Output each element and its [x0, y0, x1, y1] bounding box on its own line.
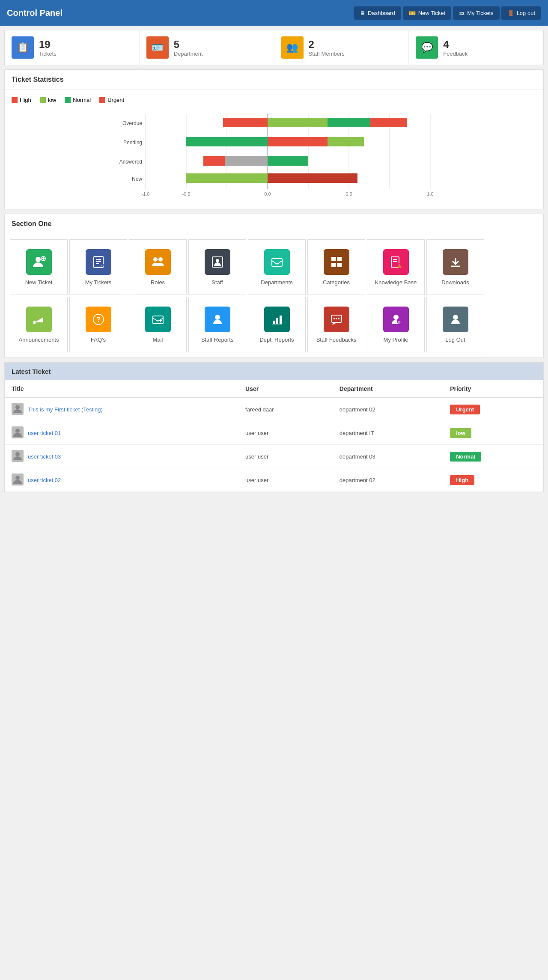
- grid-announcements[interactable]: Announcements: [10, 297, 68, 352]
- ticket-title-cell: user ticket 03: [5, 445, 238, 468]
- legend-high-label: High: [20, 97, 31, 103]
- ticket-department: department IT: [333, 421, 443, 445]
- svg-point-50: [215, 315, 220, 320]
- overdue-high-bar: [223, 118, 268, 127]
- grid-mail[interactable]: Mail: [129, 297, 187, 352]
- ticket-title-cell: user ticket 01: [5, 421, 238, 445]
- dashboard-icon: 🖥: [360, 10, 365, 16]
- ticket-avatar: [12, 426, 24, 439]
- svg-text:?: ?: [96, 316, 101, 323]
- legend-urgent-dot: [99, 97, 105, 103]
- grid-categories[interactable]: Categories: [307, 239, 365, 295]
- new-low-bar: [186, 173, 268, 183]
- departments-grid-icon: [264, 249, 290, 275]
- grid-faqs[interactable]: ? FAQ's: [69, 297, 127, 352]
- legend-high-dot: [12, 97, 18, 103]
- svg-rect-53: [280, 316, 282, 324]
- staff-label: Staff Members: [309, 51, 345, 57]
- grid-staff-feedbacks[interactable]: Staff Feedbacks: [307, 297, 365, 352]
- ticket-user: user user: [238, 468, 333, 492]
- svg-point-58: [338, 318, 340, 319]
- grid-log-out[interactable]: Log Out: [426, 297, 484, 352]
- ticket-title-cell: user ticket 02: [5, 468, 238, 492]
- grid-roles[interactable]: Roles: [129, 239, 187, 295]
- col-priority: Priority: [443, 380, 543, 398]
- overdue-low-bar: [268, 118, 328, 127]
- pending-normal-bar: [186, 137, 268, 146]
- legend-normal-label: Normal: [73, 97, 91, 103]
- header-nav: 🖥 Dashboard 🎫 New Ticket 🎟 My Tickets 🚪 …: [354, 6, 541, 20]
- staff-number: 2: [309, 39, 345, 51]
- grid-knowledge-base[interactable]: 🔒 Knowledge Base: [367, 239, 425, 295]
- grid-my-tickets[interactable]: ✓ My Tickets: [69, 239, 127, 295]
- svg-rect-44: [33, 321, 36, 324]
- legend-urgent-label: Urgent: [107, 97, 124, 103]
- ticket-link[interactable]: user ticket 03: [28, 453, 61, 460]
- header-title: Control Panel: [7, 8, 354, 18]
- priority-badge: High: [450, 475, 474, 485]
- svg-point-28: [153, 257, 158, 262]
- ticket-priority: Normal: [443, 445, 543, 468]
- pending-high-bar: [268, 137, 328, 146]
- tickets-label: Tickets: [39, 51, 57, 57]
- knowledge-base-grid-label: Knowledge Base: [375, 279, 417, 286]
- svg-rect-35: [331, 263, 336, 267]
- ticket-department: department 03: [333, 445, 443, 468]
- svg-point-59: [393, 315, 399, 320]
- new-ticket-grid-label: New Ticket: [25, 279, 53, 286]
- staff-feedbacks-grid-label: Staff Feedbacks: [316, 337, 357, 343]
- feedback-label: Feedback: [443, 51, 468, 57]
- table-row: user ticket 01 user user department IT l…: [5, 421, 543, 445]
- ticket-link[interactable]: user ticket 02: [28, 477, 61, 483]
- priority-badge: Normal: [450, 452, 481, 462]
- svg-rect-33: [331, 257, 336, 261]
- latest-ticket-section: Latest Ticket Title User Department Prio…: [4, 362, 544, 492]
- ticket-department: department 02: [333, 468, 443, 492]
- svg-point-62: [453, 315, 458, 320]
- stat-feedback: 💬 4 Feedback: [409, 30, 543, 65]
- chart-container: High low Normal Urgent: [5, 90, 543, 209]
- grid-staff[interactable]: Staff: [188, 239, 246, 295]
- tickets-icon: 📋: [12, 36, 34, 59]
- section-one: Section One New Ticket ✓ My Tickets Role…: [4, 214, 544, 358]
- mail-grid-icon: [145, 307, 171, 332]
- new-high-bar: [268, 173, 357, 183]
- my-tickets-button[interactable]: 🎟 My Tickets: [453, 6, 499, 20]
- logout-label: Log out: [517, 10, 535, 16]
- svg-text:New: New: [132, 176, 142, 182]
- faqs-grid-label: FAQ's: [91, 337, 106, 343]
- svg-point-57: [336, 318, 337, 319]
- legend-normal-dot: [65, 97, 71, 103]
- svg-point-56: [334, 318, 335, 319]
- svg-text:1.0: 1.0: [427, 191, 433, 197]
- ticket-statistics-section: Ticket Statistics High low Normal Urgent: [4, 69, 544, 209]
- ticket-department: department 02: [333, 398, 443, 421]
- svg-marker-43: [35, 317, 43, 322]
- answered-normal-bar: [268, 156, 308, 166]
- dashboard-button[interactable]: 🖥 Dashboard: [354, 6, 401, 20]
- grid-staff-reports[interactable]: Staff Reports: [188, 297, 246, 352]
- svg-point-70: [15, 476, 20, 480]
- svg-point-66: [15, 429, 20, 433]
- grid-dept-reports[interactable]: Dept. Reports: [248, 297, 306, 352]
- ticket-link[interactable]: This is my First ticket (Testing): [28, 406, 103, 413]
- answered-gray-bar: [225, 156, 268, 166]
- stat-staff: 👥 2 Staff Members: [274, 30, 409, 65]
- my-tickets-grid-label: My Tickets: [85, 279, 111, 286]
- logout-button[interactable]: 🚪 Log out: [501, 6, 541, 20]
- grid-downloads[interactable]: Downloads: [426, 239, 484, 295]
- grid-departments[interactable]: Departments: [248, 239, 306, 295]
- ticket-statistics-title: Ticket Statistics: [5, 70, 543, 90]
- priority-badge: low: [450, 428, 471, 438]
- staff-reports-grid-icon: [205, 307, 230, 332]
- ticket-link[interactable]: user ticket 01: [28, 430, 61, 436]
- svg-point-31: [216, 259, 219, 262]
- grid-my-profile[interactable]: ⚙ My Profile: [367, 297, 425, 352]
- new-ticket-button[interactable]: 🎫 New Ticket: [403, 6, 452, 20]
- ticket-title-cell: This is my First ticket (Testing): [5, 398, 238, 421]
- svg-rect-32: [272, 259, 282, 266]
- grid-new-ticket[interactable]: New Ticket: [10, 239, 68, 295]
- feedback-icon: 💬: [416, 36, 438, 59]
- overdue-urgent-bar: [370, 118, 407, 127]
- bar-chart: Overdue Pending Answered New: [12, 110, 536, 204]
